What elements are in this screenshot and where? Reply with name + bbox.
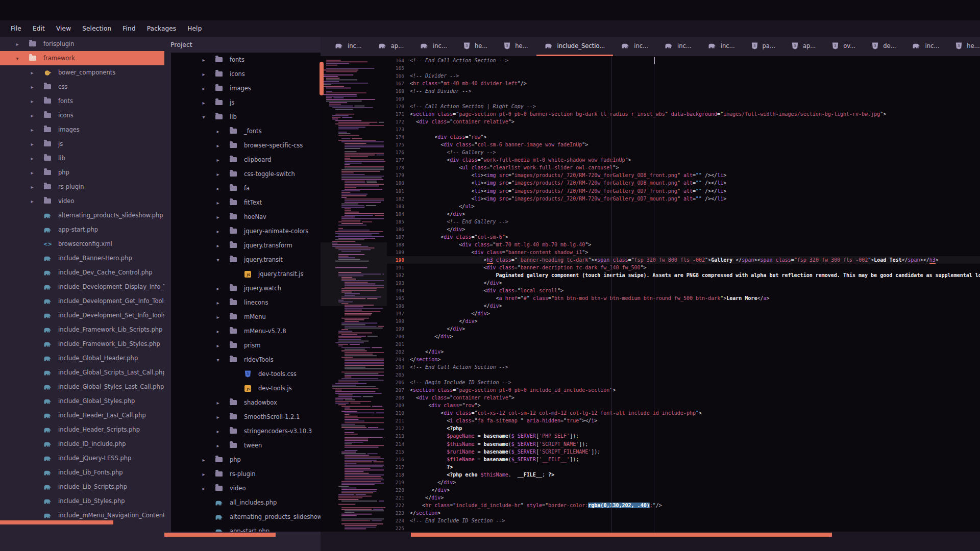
chevron-right-icon[interactable]: ▸ xyxy=(215,129,221,134)
tab[interactable]: inc... xyxy=(700,37,743,56)
code-line-210[interactable]: 210 <div class="col-xs-12 col-sm-12 col-… xyxy=(387,409,980,417)
project-tree-item[interactable]: ▸mMenu xyxy=(171,310,321,324)
code-line-165[interactable]: 165 xyxy=(387,64,980,72)
tab[interactable]: 3he... xyxy=(496,37,536,56)
sidebar-item[interactable]: include_Framework_Lib_Scripts.php xyxy=(0,322,164,337)
sidebar-item[interactable]: include_Global_Header.php xyxy=(0,351,164,365)
project-tree-horizontal-scrollbar[interactable] xyxy=(164,533,276,537)
tab[interactable]: inc... xyxy=(613,37,656,56)
project-tree-item[interactable]: ▾jquery.transit xyxy=(171,253,321,267)
chevron-right-icon[interactable]: ▸ xyxy=(201,486,207,491)
code-line-199[interactable]: 199 </div> xyxy=(387,325,980,333)
code-line-225[interactable]: 225 xyxy=(387,524,980,532)
code-line-194[interactable]: 194 <div class="local-scroll"> xyxy=(387,287,980,294)
chevron-right-icon[interactable]: ▸ xyxy=(215,214,221,220)
sidebar-item[interactable]: include_Development_Get_Info_Tools.php xyxy=(0,294,164,308)
sidebar-item[interactable]: include_Framework_Lib_Styles.php xyxy=(0,337,164,351)
tab[interactable]: 3he... xyxy=(455,37,496,56)
project-tree-item[interactable]: ▸php xyxy=(171,453,321,467)
chevron-right-icon[interactable]: ▸ xyxy=(29,98,35,104)
chevron-right-icon[interactable]: ▸ xyxy=(215,200,221,206)
file-tree-sidebar[interactable]: ▸forisplugin▾framework▸bower_components▸… xyxy=(0,37,164,551)
sidebar-item[interactable]: app-start.php xyxy=(0,222,164,237)
project-tree-item[interactable]: ▸jquery-animate-colors xyxy=(171,224,321,238)
sidebar-item[interactable]: include_Lib_Styles.php xyxy=(0,494,164,508)
code-line-207[interactable]: 207<section class="page-section pt-0 pb-… xyxy=(387,386,980,394)
code-line-172[interactable]: 172 <div class="container relative"> xyxy=(387,118,980,126)
project-tree-item[interactable]: ▸icons xyxy=(171,67,321,81)
editor-surface[interactable]: 164<!-- End Call Action Section -->16516… xyxy=(321,56,980,532)
chevron-right-icon[interactable]: ▸ xyxy=(14,41,20,47)
chevron-right-icon[interactable]: ▸ xyxy=(215,314,221,320)
code-line-188[interactable]: 188 <div class="mt-70 mt-lg-40 mb-70 mb-… xyxy=(387,241,980,248)
chevron-right-icon[interactable]: ▸ xyxy=(29,141,35,147)
code-line-222[interactable]: 222 <hr class="include_id_include-hr" st… xyxy=(387,502,980,509)
chevron-right-icon[interactable]: ▸ xyxy=(215,429,221,434)
code-line-198[interactable]: 198 </div> xyxy=(387,317,980,325)
chevron-right-icon[interactable]: ▸ xyxy=(29,70,35,76)
chevron-right-icon[interactable]: ▸ xyxy=(215,229,221,234)
project-tree-item[interactable]: ▸hoeNav xyxy=(171,210,321,224)
code-line-196[interactable]: 196 </div> xyxy=(387,302,980,310)
sidebar-item[interactable]: ▸fonts xyxy=(0,94,164,108)
project-tree-item[interactable]: ▸mMenu-v5.7.8 xyxy=(171,324,321,338)
code-line-209[interactable]: 209 <div class="row"> xyxy=(387,402,980,409)
project-tree-item[interactable]: JSjquery.transit.js xyxy=(171,267,321,281)
project-tree-item[interactable]: ▸rs-plugin xyxy=(171,467,321,481)
code-line-218[interactable]: 218 <?php echo $thisName. __FILE__; ?> xyxy=(387,471,980,479)
chevron-right-icon[interactable]: ▸ xyxy=(215,143,221,148)
project-tree-item[interactable]: ▸css-toggle-switch xyxy=(171,167,321,181)
chevron-right-icon[interactable]: ▸ xyxy=(215,400,221,406)
code-line-221[interactable]: 221 </div> xyxy=(387,494,980,502)
code-line-203[interactable]: 203</section> xyxy=(387,356,980,363)
sidebar-item[interactable]: include_Header_Last_Call.php xyxy=(0,408,164,422)
chevron-right-icon[interactable]: ▸ xyxy=(29,170,35,176)
sidebar-item[interactable]: ▸css xyxy=(0,80,164,94)
project-tree-item[interactable]: ▸jquery.transform xyxy=(171,238,321,253)
chevron-down-icon[interactable]: ▾ xyxy=(215,357,221,363)
tab[interactable]: 5pa... xyxy=(743,37,783,56)
code-line-201[interactable]: 201 xyxy=(387,340,980,348)
code-line-208[interactable]: 208 <div class="container relative"> xyxy=(387,394,980,402)
code-line-184[interactable]: 184 </div> xyxy=(387,210,980,218)
project-tree-item[interactable]: app-start.php xyxy=(171,524,321,532)
sidebar-item[interactable]: ▸video xyxy=(0,194,164,208)
chevron-right-icon[interactable]: ▸ xyxy=(215,443,221,448)
code-line-204[interactable]: 204<!-- End Call Action Section --> xyxy=(387,363,980,371)
project-tree-item[interactable]: ▸prism xyxy=(171,338,321,353)
code-line-187[interactable]: 187 <div class="col-sm-6"> xyxy=(387,233,980,241)
editor-horizontal-scrollbar[interactable] xyxy=(411,533,832,537)
project-tree-item[interactable]: ▸fonts xyxy=(171,53,321,67)
menu-selection[interactable]: Selection xyxy=(78,23,116,34)
sidebar-item[interactable]: ▾framework xyxy=(0,51,164,65)
chevron-down-icon[interactable]: ▾ xyxy=(14,56,20,61)
code-line-179[interactable]: 179 <li><img src="images/products/_720/R… xyxy=(387,171,980,179)
tab[interactable]: inc... xyxy=(656,37,700,56)
chevron-right-icon[interactable]: ▸ xyxy=(215,286,221,291)
sidebar-item[interactable]: include_Header_Scripts.php xyxy=(0,422,164,437)
project-tree-item[interactable]: ▸fa xyxy=(171,181,321,195)
sidebar-item[interactable]: include_Development_Set_Info_Tools.php xyxy=(0,308,164,322)
code-line-223[interactable]: 223</section> xyxy=(387,509,980,517)
project-tree-item[interactable]: ▸tween xyxy=(171,438,321,453)
code-line-192[interactable]: 192 Paginated gallery component (touch i… xyxy=(387,271,980,279)
code-line-169[interactable]: 169 xyxy=(387,95,980,103)
chevron-right-icon[interactable]: ▸ xyxy=(201,457,207,463)
code-line-205[interactable]: 205 xyxy=(387,371,980,379)
code-line-219[interactable]: 219 </div> xyxy=(387,479,980,486)
tab[interactable]: inc... xyxy=(327,37,370,56)
code-line-180[interactable]: 180 <li><img src="images/products/_720/R… xyxy=(387,179,980,187)
chevron-right-icon[interactable]: ▸ xyxy=(215,186,221,191)
code-line-191[interactable]: 191 <div class="banner-decription tc-dar… xyxy=(387,264,980,271)
chevron-right-icon[interactable]: ▸ xyxy=(29,127,35,133)
tab[interactable]: inc... xyxy=(412,37,455,56)
chevron-down-icon[interactable]: ▾ xyxy=(215,257,221,263)
code-line-206[interactable]: 206<!-- Begin Include ID Section --> xyxy=(387,379,980,386)
sidebar-item[interactable]: include_jQuery-LESS.php xyxy=(0,451,164,465)
code-line-175[interactable]: 175 <div class="col-sm-6 banner-image wo… xyxy=(387,141,980,148)
project-tree-item[interactable]: ▾lib xyxy=(171,110,321,124)
code-line-197[interactable]: 197 </div> xyxy=(387,310,980,317)
code-line-189[interactable]: 189 <div class="banner-content shadow_i1… xyxy=(387,248,980,256)
project-tree-item[interactable]: JSdev-tools.js xyxy=(171,381,321,395)
minimap-viewport-indicator[interactable] xyxy=(321,242,387,306)
